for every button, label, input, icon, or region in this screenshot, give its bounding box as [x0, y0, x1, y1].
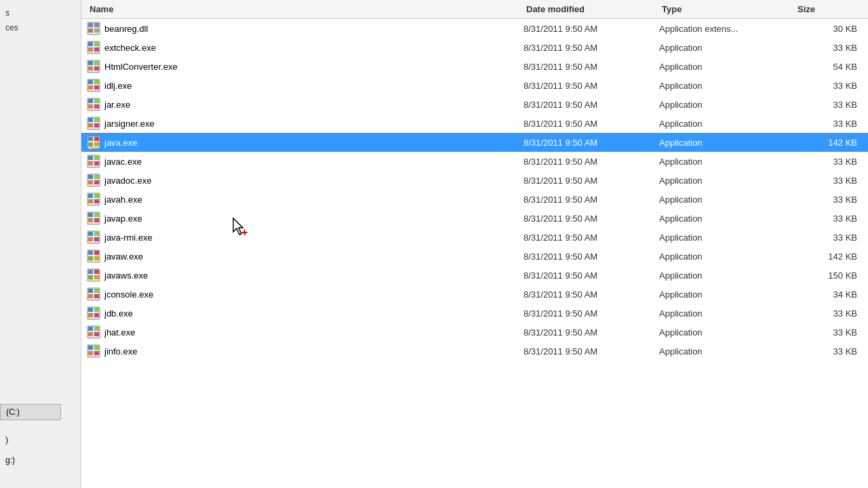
svg-rect-79	[88, 308, 93, 312]
file-size: 33 KB	[795, 346, 863, 357]
svg-rect-54	[88, 218, 93, 222]
table-row[interactable]: jarsigner.exe 8/31/2011 9:50 AM Applicat…	[81, 114, 868, 133]
file-date: 8/31/2011 9:50 AM	[524, 308, 659, 319]
table-row[interactable]: javadoc.exe 8/31/2011 9:50 AM Applicatio…	[81, 171, 868, 190]
table-row[interactable]: beanreg.dll 8/31/2011 9:50 AM Applicatio…	[81, 19, 868, 38]
table-row[interactable]: HtmlConverter.exe 8/31/2011 9:50 AM Appl…	[81, 57, 868, 76]
sidebar-drive[interactable]: (C:)	[0, 404, 61, 420]
svg-rect-40	[94, 161, 99, 165]
file-name-cell: idlj.exe	[87, 79, 524, 92]
file-name-cell: jinfo.exe	[87, 344, 524, 358]
header-date[interactable]: Date modified	[524, 3, 659, 16]
file-name-cell: jar.exe	[87, 98, 524, 111]
exe-icon	[87, 41, 100, 54]
file-type: Application	[659, 346, 795, 357]
exe-icon	[87, 192, 100, 206]
header-size[interactable]: Size	[795, 3, 863, 16]
svg-rect-38	[94, 156, 99, 160]
file-date: 8/31/2011 9:50 AM	[524, 157, 659, 167]
svg-rect-89	[88, 346, 93, 350]
svg-text:☕: ☕	[89, 145, 94, 149]
table-row[interactable]: jdb.exe 8/31/2011 9:50 AM Application 33…	[81, 304, 868, 323]
file-type: Application	[659, 327, 795, 338]
header-name[interactable]: Name	[87, 3, 524, 16]
svg-rect-27	[94, 118, 99, 122]
svg-rect-48	[94, 194, 99, 198]
file-list-header: Name Date modified Type Size	[81, 0, 868, 19]
svg-rect-7	[94, 42, 99, 46]
sidebar-item-ces[interactable]: ces	[0, 20, 81, 35]
file-name-cell: ☕ javaws.exe	[87, 268, 524, 282]
exe-icon	[87, 306, 100, 320]
svg-rect-50	[94, 199, 99, 203]
file-name-cell: extcheck.exe	[87, 41, 524, 54]
header-type[interactable]: Type	[659, 3, 795, 16]
table-row[interactable]: java-rmi.exe 8/31/2011 9:50 AM Applicati…	[81, 228, 868, 247]
file-type: Application	[659, 62, 795, 72]
file-name-cell: jhat.exe	[87, 325, 524, 339]
table-row[interactable]: ☕ javaws.exe 8/31/2011 9:50 AM Applicati…	[81, 266, 868, 285]
file-name-cell: java-rmi.exe	[87, 230, 524, 244]
table-row[interactable]: jconsole.exe 8/31/2011 9:50 AM Applicati…	[81, 285, 868, 304]
table-row[interactable]: extcheck.exe 8/31/2011 9:50 AM Applicati…	[81, 38, 868, 57]
svg-rect-69	[94, 270, 99, 274]
file-name-cell: ☕ java.exe	[87, 136, 524, 149]
file-name-cell: jarsigner.exe	[87, 117, 524, 130]
table-row[interactable]: ☕ java.exe 8/31/2011 9:50 AM Application…	[81, 133, 868, 152]
table-row[interactable]: jinfo.exe 8/31/2011 9:50 AM Application …	[81, 342, 868, 361]
svg-text:☕: ☕	[89, 259, 94, 263]
file-name: javah.exe	[104, 195, 142, 205]
table-row[interactable]: idlj.exe 8/31/2011 9:50 AM Application 3…	[81, 76, 868, 95]
file-list: beanreg.dll 8/31/2011 9:50 AM Applicatio…	[81, 19, 868, 488]
table-row[interactable]: javap.exe 8/31/2011 9:50 AM Application …	[81, 209, 868, 228]
file-name: javac.exe	[104, 157, 142, 167]
svg-rect-8	[88, 47, 93, 52]
svg-rect-45	[94, 180, 99, 184]
table-row[interactable]: javac.exe 8/31/2011 9:50 AM Application …	[81, 152, 868, 171]
svg-rect-74	[88, 289, 93, 293]
svg-rect-19	[94, 85, 99, 89]
file-type: Application	[659, 308, 795, 319]
table-row[interactable]: jar.exe 8/31/2011 9:50 AM Application 33…	[81, 95, 868, 114]
svg-rect-9	[94, 47, 99, 52]
svg-rect-39	[88, 161, 93, 165]
exe-icon	[87, 60, 100, 73]
exe-icon	[87, 230, 100, 244]
file-name: javaws.exe	[104, 270, 148, 281]
file-name-cell: jdb.exe	[87, 306, 524, 320]
svg-rect-28	[88, 123, 93, 127]
file-type: Application	[659, 270, 795, 281]
file-name: java-rmi.exe	[104, 232, 153, 243]
file-type: Application	[659, 119, 795, 129]
svg-rect-68	[88, 270, 93, 274]
file-size: 142 KB	[795, 138, 863, 148]
svg-rect-2	[94, 23, 99, 27]
svg-rect-29	[94, 123, 99, 127]
svg-rect-53	[94, 213, 99, 217]
svg-rect-60	[94, 237, 99, 241]
svg-rect-62	[88, 251, 93, 255]
sidebar-item-s[interactable]: s	[0, 5, 81, 20]
table-row[interactable]: ☕ javaw.exe 8/31/2011 9:50 AM Applicatio…	[81, 247, 868, 266]
svg-rect-44	[88, 180, 93, 184]
file-size: 33 KB	[795, 214, 863, 224]
file-date: 8/31/2011 9:50 AM	[524, 346, 659, 357]
exe-icon	[87, 79, 100, 92]
svg-rect-86	[88, 332, 93, 336]
file-date: 8/31/2011 9:50 AM	[524, 100, 659, 110]
svg-rect-90	[94, 346, 99, 350]
svg-rect-59	[88, 237, 93, 241]
svg-rect-80	[94, 308, 99, 312]
table-row[interactable]: jhat.exe 8/31/2011 9:50 AM Application 3…	[81, 323, 868, 342]
file-name-cell: javac.exe	[87, 155, 524, 168]
file-size: 33 KB	[795, 327, 863, 338]
file-name: jconsole.exe	[104, 289, 153, 300]
svg-rect-3	[88, 28, 93, 33]
file-date: 8/31/2011 9:50 AM	[524, 214, 659, 224]
exe-icon	[87, 98, 100, 111]
svg-rect-65	[94, 256, 99, 260]
table-row[interactable]: javah.exe 8/31/2011 9:50 AM Application …	[81, 190, 868, 209]
svg-rect-76	[88, 294, 93, 298]
file-type: Application	[659, 195, 795, 205]
svg-rect-43	[94, 175, 99, 179]
